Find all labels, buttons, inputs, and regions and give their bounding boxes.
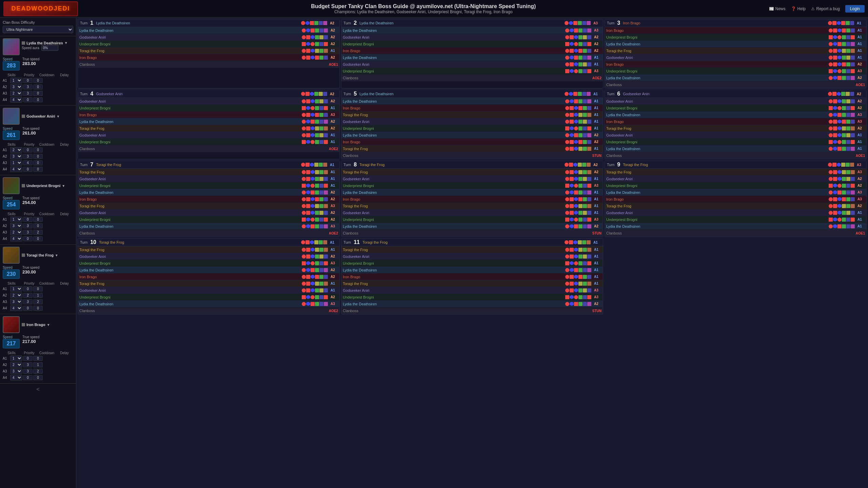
skill-cooldown-underpriest-1[interactable] [23, 223, 33, 228]
turn-row-10-4: Iron Brago A2 [78, 273, 339, 280]
skill-delay-underpriest-0[interactable] [33, 217, 43, 222]
skill-priority-select-toragi-2[interactable]: 3 [10, 299, 22, 305]
skill-priority-select-iron-brago-0[interactable]: 1 [10, 355, 22, 361]
skill-priority-select-lydia-3[interactable]: 4 [10, 97, 22, 103]
skill-priority-select-godseeker-3[interactable]: 4 [10, 166, 22, 172]
skill-cooldown-godseeker-2[interactable] [23, 160, 33, 165]
skill-priority-select-iron-brago-1[interactable]: 2 [10, 362, 22, 368]
skill-cooldown-godseeker-0[interactable] [23, 147, 33, 152]
skill-cooldown-godseeker-1[interactable] [23, 154, 33, 159]
skill-cooldown-toragi-0[interactable] [23, 286, 33, 291]
skill-delay-lydia-3[interactable] [33, 97, 43, 102]
skill-priority-select-underpriest-1[interactable]: 3 [10, 223, 22, 229]
skill-badge-6-3: A3 [857, 120, 865, 123]
skill-cooldown-godseeker-3[interactable] [23, 167, 33, 172]
skill-priority-select-godseeker-1[interactable]: 3 [10, 154, 22, 159]
skill-delay-iron-brago-0[interactable] [33, 356, 43, 361]
champion-dropdown-iron-brago[interactable]: ▼ [47, 323, 50, 327]
si-x-icon [842, 120, 846, 124]
skill-priority-select-underpriest-0[interactable]: 1 [10, 217, 22, 222]
skill-delay-godseeker-3[interactable] [33, 167, 43, 172]
skill-cooldown-lydia-3[interactable] [23, 97, 33, 102]
skill-cooldown-lydia-2[interactable] [23, 91, 33, 96]
turn-row-10-7: Underpriest Brogni A2 [78, 294, 339, 301]
skill-delay-toragi-3[interactable] [33, 306, 43, 311]
skill-cooldown-toragi-1[interactable] [23, 293, 33, 298]
skill-delay-lydia-1[interactable] [33, 84, 43, 89]
champion-dropdown-toragi[interactable]: ▼ [55, 253, 58, 257]
skill-priority-select-underpriest-3[interactable]: 4 [10, 236, 22, 242]
news-link[interactable]: 📰 News [769, 6, 786, 11]
skill-cooldown-lydia-1[interactable] [23, 84, 33, 89]
skill-priority-select-toragi-3[interactable]: 4 [10, 305, 22, 311]
skill-icons-2-5 [565, 62, 591, 66]
champion-dropdown-godseeker[interactable]: ▼ [57, 115, 60, 118]
turn-row-2-7: Clanboss AOE2 [341, 75, 603, 81]
skill-priority-select-iron-brago-3[interactable]: 4 [10, 375, 22, 381]
champion-name-row-iron-brago: Iron Brago ▼ [22, 323, 73, 327]
champion-dropdown-underpriest[interactable]: ▼ [62, 184, 65, 188]
skill-cooldown-underpriest-2[interactable] [23, 230, 33, 235]
skills-col-skills: Skills [3, 282, 20, 285]
skill-delay-underpriest-3[interactable] [33, 236, 43, 241]
turn-row-7-5: Toragi the Frog A3 [78, 203, 339, 209]
skill-priority-select-lydia-1[interactable]: 3 [10, 84, 22, 90]
difficulty-select[interactable]: Ultra-Nightmare Nightmare Brutal Hard No… [3, 26, 73, 33]
skill-priority-select-underpriest-2[interactable]: 2 [10, 229, 22, 235]
row-name-3-0: Iron Brago [606, 28, 827, 33]
skill-priority-select-godseeker-0[interactable]: 2 [10, 147, 22, 153]
si-heart-icon [828, 163, 832, 167]
skill-icons-2-2 [565, 42, 591, 46]
si-x-icon [570, 170, 574, 174]
turn-row-11-8: Lydia the Deathsiren A2 [341, 301, 603, 307]
skill-cooldown-toragi-2[interactable] [23, 299, 33, 304]
champion-dropdown-lydia[interactable]: ▼ [64, 41, 68, 45]
report-icon: ⚠ [811, 6, 815, 11]
skill-delay-lydia-0[interactable] [33, 78, 43, 83]
help-link[interactable]: ❓ Help [791, 6, 806, 11]
skill-delay-underpriest-1[interactable] [33, 223, 43, 228]
login-button[interactable]: Login [845, 5, 865, 13]
si-green-icon [314, 92, 318, 96]
si-x-icon [569, 240, 573, 244]
skill-priority-select-iron-brago-2[interactable]: 3 [10, 368, 22, 374]
skill-cooldown-toragi-3[interactable] [23, 306, 33, 311]
skill-delay-godseeker-0[interactable] [33, 147, 43, 152]
skill-delay-underpriest-2[interactable] [33, 230, 43, 235]
champion-header-godseeker: Godseeker Aniri ▼ [3, 108, 73, 125]
skill-delay-iron-brago-2[interactable] [33, 369, 43, 374]
skill-delay-iron-brago-1[interactable] [33, 362, 43, 367]
skill-delay-godseeker-1[interactable] [33, 154, 43, 159]
skill-priority-select-toragi-1[interactable]: 2 [10, 292, 22, 298]
skill-priority-select-lydia-0[interactable]: 1 [10, 78, 22, 83]
skill-cooldown-underpriest-3[interactable] [23, 236, 33, 241]
skill-cooldown-iron-brago-0[interactable] [23, 356, 33, 361]
turn-header-skill-7: A1 [330, 163, 337, 167]
si-green-icon [578, 268, 583, 272]
skill-cooldown-iron-brago-2[interactable] [23, 369, 33, 374]
skill-cooldown-iron-brago-3[interactable] [23, 375, 33, 380]
skill-cooldown-underpriest-0[interactable] [23, 217, 33, 222]
si-green-icon [578, 288, 583, 292]
skill-delay-iron-brago-3[interactable] [33, 375, 43, 380]
skill-priority-select-lydia-2[interactable]: 2 [10, 90, 22, 96]
skill-delay-godseeker-2[interactable] [33, 160, 43, 165]
row-name-5-7: Toragi the Frog [343, 147, 564, 151]
skill-delay-toragi-1[interactable] [33, 293, 43, 298]
si-heart-icon [565, 170, 569, 174]
skill-cooldown-lydia-0[interactable] [23, 78, 33, 83]
sidebar-scroll-button[interactable]: < [0, 384, 76, 395]
row-name-3-7: Lydia the Deathsiren [606, 76, 827, 80]
si-heart-icon [829, 190, 833, 195]
report-link[interactable]: ⚠ Report a bug [811, 6, 840, 11]
si-x-icon [570, 147, 574, 151]
skill-delay-toragi-2[interactable] [33, 299, 43, 304]
skill-cooldown-iron-brago-1[interactable] [23, 362, 33, 367]
si-shield-icon [306, 295, 310, 299]
skill-priority-select-toragi-0[interactable]: 1 [10, 286, 22, 292]
skill-delay-toragi-0[interactable] [33, 286, 43, 291]
speed-aura-input-lydia[interactable] [41, 45, 58, 51]
skill-priority-select-godseeker-2[interactable]: 1 [10, 160, 22, 166]
skill-delay-lydia-2[interactable] [33, 91, 43, 96]
si-x-icon [302, 261, 306, 265]
